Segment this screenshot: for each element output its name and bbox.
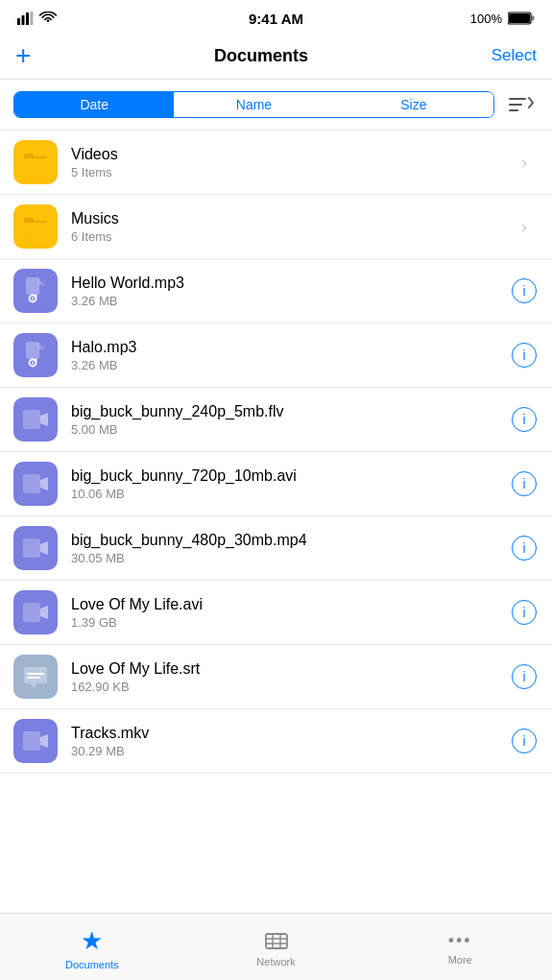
info-button[interactable]: i xyxy=(510,600,539,625)
file-meta: 30.05 MB xyxy=(71,551,510,565)
info-circle-icon[interactable]: i xyxy=(512,664,537,689)
list-item[interactable]: Hello World.mp33.26 MBi xyxy=(0,259,552,323)
tab-more-label: More xyxy=(448,954,472,966)
svg-rect-15 xyxy=(26,342,37,344)
svg-rect-18 xyxy=(23,410,40,429)
info-button[interactable]: i xyxy=(510,664,539,689)
file-meta: 30.29 MB xyxy=(71,744,510,758)
list-item[interactable]: Videos5 Items› xyxy=(0,131,552,195)
battery-area: 100% xyxy=(470,12,535,26)
sort-bar: Date Name Size xyxy=(0,80,552,131)
file-name: Love Of My Life.avi xyxy=(71,596,510,613)
list-item[interactable]: big_buck_bunny_720p_10mb.avi10.06 MBi xyxy=(0,452,552,516)
list-item[interactable]: Halo.mp33.26 MBi xyxy=(0,323,552,388)
chevron-right-icon[interactable]: › xyxy=(510,153,539,173)
list-item[interactable]: Love Of My Life.srt162.90 KBi xyxy=(0,645,552,709)
info-button[interactable]: i xyxy=(510,536,539,561)
svg-rect-1 xyxy=(22,15,25,25)
info-circle-icon[interactable]: i xyxy=(512,536,537,561)
file-name: Halo.mp3 xyxy=(71,339,510,356)
list-item[interactable]: Love Of My Life.avi1.39 GBi xyxy=(0,581,552,645)
file-meta: 1.39 GB xyxy=(71,615,510,630)
svg-rect-2 xyxy=(26,12,29,25)
tab-bar: ★ Documents Network ••• More xyxy=(0,913,552,980)
svg-rect-5 xyxy=(509,13,530,23)
file-name: Videos xyxy=(71,146,510,163)
file-name: Hello World.mp3 xyxy=(71,275,510,292)
svg-rect-10 xyxy=(26,277,39,295)
info-circle-icon[interactable]: i xyxy=(512,278,537,303)
time-display: 9:41 AM xyxy=(249,11,303,27)
more-icon: ••• xyxy=(448,931,472,951)
file-name: big_buck_bunny_480p_30mb.mp4 xyxy=(71,532,510,549)
file-name: Love Of My Life.srt xyxy=(71,660,510,678)
svg-rect-6 xyxy=(532,16,535,21)
signal-icon xyxy=(17,12,35,25)
svg-rect-21 xyxy=(23,603,40,622)
list-item[interactable]: Musics6 Items› xyxy=(0,195,552,259)
page-title: Documents xyxy=(214,46,308,66)
sort-tab-date[interactable]: Date xyxy=(14,92,174,117)
info-circle-icon[interactable]: i xyxy=(512,471,537,496)
file-meta: 3.26 MB xyxy=(71,358,510,372)
file-name: big_buck_bunny_240p_5mb.flv xyxy=(71,403,510,420)
folder-icon xyxy=(13,140,58,184)
svg-rect-11 xyxy=(26,277,37,279)
file-meta: 5 Items xyxy=(71,165,510,179)
status-bar: 9:41 AM 100% xyxy=(0,0,552,35)
video-icon xyxy=(13,462,58,506)
file-meta: 10.06 MB xyxy=(71,487,510,501)
network-icon xyxy=(264,928,289,953)
sort-order-button[interactable] xyxy=(504,89,539,120)
svg-rect-24 xyxy=(23,731,40,751)
video-icon xyxy=(13,397,58,442)
info-button[interactable]: i xyxy=(510,729,539,753)
info-button[interactable]: i xyxy=(510,343,539,368)
sort-tab-name[interactable]: Name xyxy=(174,92,333,117)
star-icon: ★ xyxy=(81,926,103,956)
svg-rect-25 xyxy=(266,934,287,948)
sort-tab-size[interactable]: Size xyxy=(334,92,493,117)
nav-bar: + Documents Select xyxy=(0,35,552,80)
battery-icon xyxy=(508,12,535,25)
info-circle-icon[interactable]: i xyxy=(512,343,537,368)
folder-icon xyxy=(13,204,58,249)
file-name: Musics xyxy=(71,210,510,227)
file-name: Tracks.mkv xyxy=(71,725,510,742)
info-circle-icon[interactable]: i xyxy=(512,729,537,753)
signal-icons xyxy=(17,12,57,25)
svg-point-17 xyxy=(32,362,34,364)
video-icon xyxy=(13,590,58,634)
svg-rect-19 xyxy=(23,474,40,493)
file-list: Videos5 Items› Musics6 Items› Hello Worl… xyxy=(0,131,552,913)
list-item[interactable]: big_buck_bunny_480p_30mb.mp430.05 MBi xyxy=(0,516,552,581)
list-item[interactable]: big_buck_bunny_240p_5mb.flv5.00 MBi xyxy=(0,388,552,452)
battery-percent: 100% xyxy=(470,12,502,26)
tab-network-label: Network xyxy=(256,956,295,968)
list-item[interactable]: Tracks.mkv30.29 MBi xyxy=(0,709,552,774)
audio-icon xyxy=(13,269,58,313)
svg-rect-14 xyxy=(26,342,39,359)
wifi-icon xyxy=(39,12,57,25)
video-icon xyxy=(13,719,58,763)
tab-network[interactable]: Network xyxy=(184,920,369,968)
svg-rect-3 xyxy=(31,12,34,25)
tab-documents-label: Documents xyxy=(65,959,119,970)
info-button[interactable]: i xyxy=(510,278,539,303)
add-button[interactable]: + xyxy=(15,42,31,69)
info-circle-icon[interactable]: i xyxy=(512,407,537,432)
file-meta: 5.00 MB xyxy=(71,422,510,437)
sort-order-icon xyxy=(508,94,535,115)
info-button[interactable]: i xyxy=(510,407,539,432)
svg-rect-0 xyxy=(17,18,20,25)
svg-point-13 xyxy=(32,298,34,299)
tab-documents[interactable]: ★ Documents xyxy=(0,919,184,970)
file-meta: 162.90 KB xyxy=(71,680,510,694)
svg-rect-20 xyxy=(23,538,40,558)
tab-more[interactable]: ••• More xyxy=(368,923,552,966)
chevron-right-icon[interactable]: › xyxy=(510,217,539,237)
select-button[interactable]: Select xyxy=(492,46,537,65)
file-meta: 6 Items xyxy=(71,229,510,244)
info-circle-icon[interactable]: i xyxy=(512,600,537,625)
info-button[interactable]: i xyxy=(510,471,539,496)
